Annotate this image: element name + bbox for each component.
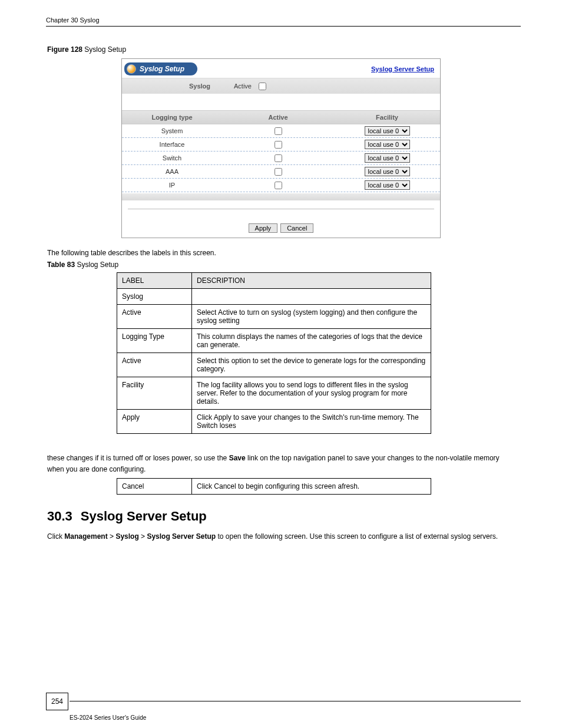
figure-caption: Figure 128 Syslog Setup xyxy=(47,45,562,54)
table-row: Switch local use 0 xyxy=(122,151,440,165)
page-footer: 254 ES-2024 Series User's Guide xyxy=(46,701,521,721)
facility-select[interactable]: local use 0 xyxy=(365,140,410,149)
row-active-checkbox[interactable] xyxy=(275,154,282,162)
table-row: System local use 0 xyxy=(122,124,440,138)
guide-name: ES-2024 Series User's Guide xyxy=(70,714,521,721)
row-type: AAA xyxy=(122,168,222,175)
row-active-checkbox[interactable] xyxy=(275,127,282,135)
chapter-header: Chapter 30 Syslog xyxy=(46,17,100,24)
col-head-facility: Facility xyxy=(334,114,440,121)
apply-button[interactable]: Apply xyxy=(249,223,278,233)
description-table-cancel: CancelClick Cancel to begin configuring … xyxy=(117,478,431,495)
table-row: AAA local use 0 xyxy=(122,165,440,179)
section-intro: Click Management > Syslog > Syslog Serve… xyxy=(47,531,515,542)
syslog-label: Syslog xyxy=(122,83,234,90)
panel-title: Syslog Setup xyxy=(140,65,184,73)
row-active-checkbox[interactable] xyxy=(275,141,282,149)
row-type: Interface xyxy=(122,141,222,148)
table-row: IP local use 0 xyxy=(122,179,440,192)
row-type: Switch xyxy=(122,154,222,162)
panel-title-pill: Syslog Setup xyxy=(124,62,197,75)
table-intro: The following table describes the labels… xyxy=(47,249,562,257)
page-number: 254 xyxy=(46,693,68,710)
row-active-checkbox[interactable] xyxy=(275,168,282,176)
active-label: Active xyxy=(234,83,252,90)
cancel-button[interactable]: Cancel xyxy=(280,223,313,233)
syslog-active-row: Syslog Active xyxy=(122,78,440,94)
dt-head-desc: DESCRIPTION xyxy=(192,273,431,289)
table-caption: Table 83 Syslog Setup xyxy=(47,261,562,269)
dt-head-label: LABEL xyxy=(117,273,192,289)
after-note: these changes if it is turned off or los… xyxy=(47,453,515,475)
syslog-active-checkbox[interactable] xyxy=(259,83,266,90)
title-dot-icon xyxy=(127,64,136,74)
row-active-checkbox[interactable] xyxy=(275,182,282,189)
col-head-active: Active xyxy=(222,114,334,121)
facility-select[interactable]: local use 0 xyxy=(365,126,410,136)
col-head-type: Logging type xyxy=(122,114,222,121)
logging-table-header: Logging type Active Facility xyxy=(122,110,440,124)
facility-select[interactable]: local use 0 xyxy=(365,180,410,190)
row-type: System xyxy=(122,127,222,134)
facility-select[interactable]: local use 0 xyxy=(365,153,410,163)
facility-select[interactable]: local use 0 xyxy=(365,167,410,176)
description-table: LABEL DESCRIPTION Syslog ActiveSelect Ac… xyxy=(117,272,431,434)
table-row: Interface local use 0 xyxy=(122,138,440,151)
syslog-setup-panel: Syslog Setup Syslog Server Setup Syslog … xyxy=(121,58,441,238)
row-type: IP xyxy=(122,182,222,189)
section-heading: 30.3 Syslog Server Setup xyxy=(47,509,562,524)
syslog-server-setup-link[interactable]: Syslog Server Setup xyxy=(371,65,434,73)
